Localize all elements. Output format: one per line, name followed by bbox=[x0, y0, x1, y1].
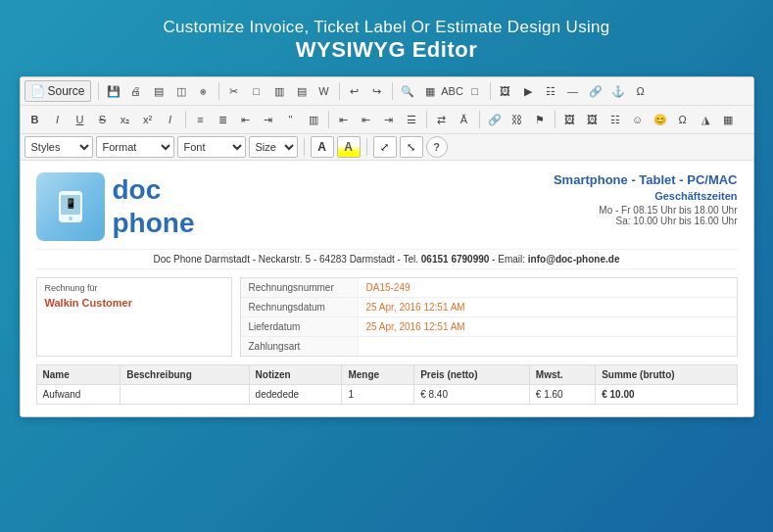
strikethrough-button[interactable]: S bbox=[92, 109, 114, 130]
bg-color-button[interactable]: A bbox=[337, 136, 361, 158]
anchor-button[interactable]: ⚓ bbox=[607, 80, 629, 102]
unordered-list-button[interactable]: ≡ bbox=[190, 109, 212, 130]
resize-button[interactable]: ⤡ bbox=[400, 136, 423, 158]
col-preis: Preis (netto) bbox=[414, 365, 530, 385]
col-notizen: Notizen bbox=[249, 365, 342, 385]
cell-mwst: € 1.60 bbox=[529, 385, 595, 405]
spell-button[interactable]: ABC bbox=[442, 80, 463, 102]
page-header: Customize Invoice, Ticket Label Or Estim… bbox=[163, 18, 609, 63]
language-button[interactable]: Ă bbox=[454, 109, 475, 130]
superscript-button[interactable]: x² bbox=[137, 109, 159, 130]
blockquote-button[interactable]: " bbox=[280, 109, 302, 130]
inv-value-3 bbox=[359, 337, 737, 356]
toolbar-sep-3 bbox=[339, 82, 340, 100]
table2-button[interactable]: ☷ bbox=[604, 109, 626, 130]
flash2-button[interactable]: 🖼 bbox=[582, 109, 604, 130]
toolbar-row-2: B I U S x₂ x² I ≡ ≣ ⇤ ⇥ " ▥ ⇤ ⇤ ⇥ ☰ ⇄ Ă… bbox=[21, 106, 753, 134]
table-header-row: Name Beschreibung Notizen Menge Preis (n… bbox=[36, 365, 737, 385]
cut-button[interactable]: ✂ bbox=[223, 80, 245, 102]
inv-label-0: Rechnungsnummer bbox=[241, 278, 359, 297]
indent-button[interactable]: ⇥ bbox=[258, 109, 279, 130]
creatediv-button[interactable]: ▥ bbox=[303, 109, 324, 130]
inv-label-3: Zahlungsart bbox=[241, 337, 359, 356]
unlink-button[interactable]: ⛓ bbox=[507, 109, 528, 130]
outdent-button[interactable]: ⇤ bbox=[235, 109, 257, 130]
italic-button[interactable]: I bbox=[47, 109, 69, 130]
align-center-button[interactable]: ⇤ bbox=[356, 109, 377, 130]
form-button[interactable]: □ bbox=[464, 80, 486, 102]
doc-company-info: Smartphone - Tablet - PC/MAC Geschäftsze… bbox=[554, 172, 738, 226]
col-name: Name bbox=[36, 365, 121, 385]
select-all-button[interactable]: ▦ bbox=[419, 80, 441, 102]
inv-label-2: Lieferdatum bbox=[241, 317, 359, 336]
paste-button[interactable]: ▥ bbox=[268, 80, 290, 102]
link-button[interactable]: 🔗 bbox=[585, 80, 606, 102]
directionality-button[interactable]: ⇄ bbox=[431, 109, 453, 130]
paste-text-button[interactable]: ▤ bbox=[291, 80, 313, 102]
doc-button[interactable]: ⎈ bbox=[193, 80, 215, 102]
help-button[interactable]: ? bbox=[426, 136, 448, 158]
subtitle: Customize Invoice, Ticket Label Or Estim… bbox=[163, 18, 609, 37]
image2-button[interactable]: 🖼 bbox=[559, 109, 581, 130]
hr-button[interactable]: — bbox=[562, 80, 584, 102]
page-break-button[interactable]: ◮ bbox=[695, 109, 716, 130]
removeformat-button[interactable]: I bbox=[160, 109, 181, 130]
save-button[interactable]: 💾 bbox=[103, 80, 124, 102]
doc-phone-text: doc phone bbox=[113, 173, 195, 239]
bill-to-name: Walkin Customer bbox=[45, 297, 223, 309]
underline-button[interactable]: U bbox=[70, 109, 91, 130]
subscript-button[interactable]: x₂ bbox=[115, 109, 136, 130]
ordered-list-button[interactable]: ≣ bbox=[213, 109, 234, 130]
maximize-button[interactable]: ⤢ bbox=[373, 136, 397, 158]
link2-button[interactable]: 🔗 bbox=[484, 109, 506, 130]
special-char-button[interactable]: Ω bbox=[630, 80, 652, 102]
styles-select[interactable]: Styles bbox=[24, 136, 93, 158]
format-select[interactable]: Format bbox=[96, 136, 174, 158]
invoice-row-0: Rechnungsnummer DA15-249 bbox=[241, 278, 737, 298]
templates-button[interactable]: ◫ bbox=[170, 80, 192, 102]
hr2-button[interactable]: ☺ bbox=[627, 109, 649, 130]
flag-button[interactable]: ⚑ bbox=[529, 109, 551, 130]
tel-text: 06151 6790990 bbox=[421, 254, 490, 265]
paste-word-button[interactable]: W bbox=[314, 80, 335, 102]
col-mwst: Mwst. bbox=[529, 365, 595, 385]
table-button[interactable]: ☷ bbox=[540, 80, 561, 102]
align-left-button[interactable]: ⇤ bbox=[333, 109, 355, 130]
cell-notizen: dededede bbox=[249, 385, 342, 405]
specialchar2-button[interactable]: Ω bbox=[672, 109, 694, 130]
find-button[interactable]: ▤ bbox=[148, 80, 169, 102]
format2-button[interactable]: ▦ bbox=[717, 109, 739, 130]
emoji-button[interactable]: 😊 bbox=[650, 109, 671, 130]
doc-address: Doc Phone Darmstadt - Neckarstr. 5 - 642… bbox=[36, 249, 738, 269]
phone-svg-icon: 📱 bbox=[51, 187, 90, 226]
col-menge: Menge bbox=[342, 365, 414, 385]
hours2: Sa: 10.00 Uhr bis 16.00 Uhr bbox=[554, 216, 738, 226]
align-right-button[interactable]: ⇥ bbox=[378, 109, 400, 130]
img-button[interactable]: 🖼 bbox=[495, 80, 516, 102]
font-color-button[interactable]: A bbox=[311, 136, 334, 158]
print-button[interactable]: 🖨 bbox=[125, 80, 147, 102]
find-replace-button[interactable]: 🔍 bbox=[397, 80, 418, 102]
flash-button[interactable]: ▶ bbox=[517, 80, 539, 102]
main-title: WYSIWYG Editor bbox=[163, 37, 609, 63]
cell-name: Aufwand bbox=[36, 385, 121, 405]
redo-button[interactable]: ↪ bbox=[366, 80, 388, 102]
undo-button[interactable]: ↩ bbox=[344, 80, 365, 102]
bold-button[interactable]: B bbox=[24, 109, 46, 130]
invoice-row-3: Zahlungsart bbox=[241, 337, 737, 356]
doc-header: 📱 doc phone Smartphone - Tablet - PC/MAC… bbox=[36, 172, 738, 241]
size-select[interactable]: Size bbox=[249, 136, 298, 158]
tagline2: Geschäftszeiten bbox=[654, 190, 737, 202]
inv-value-2: 25 Apr, 2016 12:51 AM bbox=[359, 317, 737, 336]
source-button[interactable]: 📄 Source bbox=[24, 80, 91, 102]
font-select[interactable]: Font bbox=[177, 136, 246, 158]
toolbar-sep-12 bbox=[366, 138, 367, 156]
invoice-section: Rechnung für Walkin Customer Rechnungsnu… bbox=[36, 277, 738, 357]
inv-value-1: 25 Apr, 2016 12:51 AM bbox=[359, 298, 737, 316]
inv-label-1: Rechnungsdatum bbox=[241, 298, 359, 316]
cell-menge: 1 bbox=[342, 385, 414, 405]
align-justify-button[interactable]: ☰ bbox=[401, 109, 422, 130]
cell-beschreibung bbox=[121, 385, 249, 405]
bill-to-label: Rechnung für bbox=[45, 283, 223, 293]
copy-button[interactable]: □ bbox=[246, 80, 267, 102]
